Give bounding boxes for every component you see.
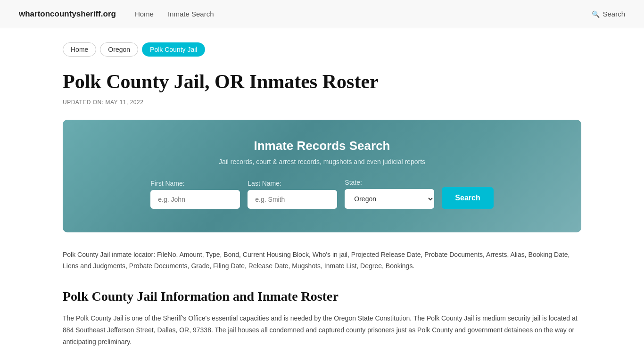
search-icon: 🔍	[592, 10, 600, 18]
breadcrumb-polk-county-jail[interactable]: Polk County Jail	[142, 42, 205, 57]
state-select[interactable]: OregonAlabamaAlaskaArizonaArkansasCalifo…	[345, 189, 434, 209]
breadcrumb-oregon[interactable]: Oregon	[100, 42, 138, 57]
last-name-group: Last Name:	[248, 180, 337, 209]
search-form: First Name: Last Name: State: OregonAlab…	[91, 179, 553, 209]
search-box-title: Inmate Records Search	[91, 139, 553, 153]
updated-on: UPDATED ON: MAY 11, 2022	[63, 99, 581, 106]
nav-link-home[interactable]: Home	[135, 10, 154, 18]
inmate-search-box: Inmate Records Search Jail records, cour…	[63, 120, 581, 232]
last-name-input[interactable]	[248, 190, 337, 209]
navigation: whartoncountysheriff.org Home Inmate Sea…	[0, 0, 644, 28]
search-box-subtitle: Jail records, court & arrest records, mu…	[91, 158, 553, 165]
first-name-group: First Name:	[150, 180, 240, 209]
last-name-label: Last Name:	[248, 180, 337, 187]
nav-link-inmate-search[interactable]: Inmate Search	[168, 10, 214, 18]
nav-search-label[interactable]: Search	[603, 10, 625, 18]
section-body: The Polk County Jail is one of the Sheri…	[63, 313, 581, 348]
state-label: State:	[345, 179, 434, 186]
section-title: Polk County Jail Information and Inmate …	[63, 289, 581, 304]
nav-search[interactable]: 🔍 Search	[592, 10, 625, 18]
nav-links: Home Inmate Search	[135, 10, 573, 18]
site-brand[interactable]: whartoncountysheriff.org	[19, 9, 116, 19]
search-button[interactable]: Search	[442, 187, 493, 209]
breadcrumb-home[interactable]: Home	[63, 42, 96, 57]
state-group: State: OregonAlabamaAlaskaArizonaArkansa…	[345, 179, 434, 209]
first-name-input[interactable]	[150, 190, 240, 209]
main-content: Home Oregon Polk County Jail Polk County…	[44, 28, 600, 362]
page-title: Polk County Jail, OR Inmates Roster	[63, 70, 581, 93]
first-name-label: First Name:	[150, 180, 240, 187]
inmate-locator-description: Polk County Jail inmate locator: FileNo,…	[63, 249, 581, 272]
breadcrumb: Home Oregon Polk County Jail	[63, 42, 581, 57]
